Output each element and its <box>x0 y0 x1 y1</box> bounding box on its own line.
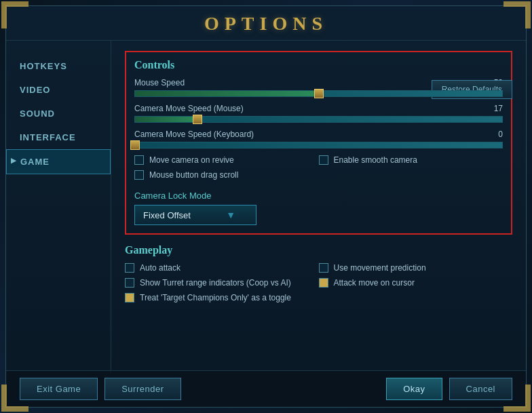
smooth-camera-checkbox[interactable] <box>319 155 328 165</box>
sidebar-item-game[interactable]: GAME <box>6 149 111 174</box>
camera-move-keyboard-value: 0 <box>498 130 503 139</box>
dialog: OPTIONS HOTKEYS VIDEO SOUND INTERFACE GA… <box>5 5 527 408</box>
mouse-drag-label: Mouse button drag scroll <box>149 170 238 180</box>
gameplay-title: Gameplay <box>125 244 512 256</box>
target-champions-label: Treat 'Target Champions Only' as a toggl… <box>140 293 291 302</box>
surrender-button[interactable]: Surrender <box>104 378 180 400</box>
controls-section: Controls Mouse Speed 50 Camera Move <box>125 51 512 235</box>
use-movement-row: Use movement prediction <box>319 263 513 273</box>
corner-decoration-tl <box>1 1 28 28</box>
camera-move-mouse-value: 17 <box>494 104 503 113</box>
move-camera-checkbox[interactable] <box>134 155 144 165</box>
move-camera-row: Move camera on revive <box>134 155 319 165</box>
attack-move-row: Attack move on cursor <box>319 278 513 288</box>
mouse-drag-checkbox[interactable] <box>134 170 144 180</box>
sidebar-item-sound[interactable]: SOUND <box>6 102 111 125</box>
camera-move-keyboard-thumb[interactable] <box>130 140 140 150</box>
bottom-bar: Exit Game Surrender Okay Cancel <box>6 370 526 407</box>
mouse-speed-slider[interactable] <box>134 90 503 97</box>
camera-lock-label: Camera Lock Mode <box>134 191 503 201</box>
okay-button[interactable]: Okay <box>386 378 442 400</box>
mouse-drag-row: Mouse button drag scroll <box>134 170 319 180</box>
camera-move-mouse-thumb[interactable] <box>193 115 202 124</box>
show-turret-label: Show Turret range indicators (Coop vs AI… <box>140 278 291 288</box>
use-movement-checkbox[interactable] <box>319 263 328 273</box>
exit-game-button[interactable]: Exit Game <box>20 378 98 400</box>
gameplay-section: Gameplay Auto attack Show Turret range i… <box>125 244 512 308</box>
attack-move-checkbox[interactable] <box>319 278 328 288</box>
attack-move-label: Attack move on cursor <box>334 278 415 288</box>
move-camera-label: Move camera on revive <box>149 155 234 165</box>
corner-decoration-tr <box>504 1 531 28</box>
controls-title: Controls <box>134 59 503 71</box>
page-title: OPTIONS <box>204 13 328 34</box>
cancel-button[interactable]: Cancel <box>449 378 512 400</box>
camera-lock-selected: Fixed Offset <box>143 210 191 220</box>
corner-decoration-br <box>504 385 531 412</box>
title-bar: OPTIONS <box>6 6 526 41</box>
gameplay-col-left: Auto attack Show Turret range indicators… <box>125 263 319 308</box>
camera-move-mouse-slider[interactable] <box>134 116 503 123</box>
sidebar-item-interface[interactable]: INTERFACE <box>6 125 111 149</box>
content-area: HOTKEYS VIDEO SOUND INTERFACE GAME Resto… <box>6 41 526 374</box>
gameplay-col-right: Use movement prediction Attack move on c… <box>319 263 513 308</box>
gameplay-checkbox-grid: Auto attack Show Turret range indicators… <box>125 263 512 308</box>
use-movement-label: Use movement prediction <box>334 263 426 273</box>
camera-move-mouse-fill <box>135 117 197 122</box>
mouse-speed-thumb[interactable] <box>314 89 324 98</box>
bottom-left-buttons: Exit Game Surrender <box>20 378 181 400</box>
auto-attack-row: Auto attack <box>125 263 319 273</box>
target-champions-checkbox[interactable] <box>125 293 134 302</box>
corner-decoration-bl <box>1 385 28 412</box>
sidebar-item-video[interactable]: VIDEO <box>6 78 111 102</box>
target-champions-row: Treat 'Target Champions Only' as a toggl… <box>125 293 319 302</box>
camera-move-keyboard-slider[interactable] <box>134 142 503 149</box>
sidebar: HOTKEYS VIDEO SOUND INTERFACE GAME <box>6 41 111 374</box>
camera-move-keyboard-label: Camera Move Speed (Keyboard) <box>134 130 254 139</box>
camera-lock-dropdown[interactable]: Fixed Offset ▼ <box>134 205 256 225</box>
show-turret-checkbox[interactable] <box>125 278 134 288</box>
show-turret-row: Show Turret range indicators (Coop vs AI… <box>125 278 319 288</box>
dropdown-arrow-icon: ▼ <box>226 210 235 220</box>
camera-lock-section: Camera Lock Mode Fixed Offset ▼ <box>134 191 503 225</box>
main-panel: Restore Defaults Controls Mouse Speed 50 <box>111 41 526 374</box>
camera-move-mouse-row: Camera Move Speed (Mouse) 17 <box>134 104 503 123</box>
smooth-camera-row: Enable smooth camera <box>319 155 504 165</box>
mouse-speed-fill <box>135 91 319 96</box>
auto-attack-checkbox[interactable] <box>125 263 134 273</box>
sidebar-item-hotkeys[interactable]: HOTKEYS <box>6 54 111 78</box>
checkbox-col-right: Enable smooth camera <box>319 155 504 185</box>
smooth-camera-label: Enable smooth camera <box>334 155 417 165</box>
bottom-right-buttons: Okay Cancel <box>386 378 512 400</box>
mouse-speed-label: Mouse Speed <box>134 78 185 87</box>
camera-move-mouse-label: Camera Move Speed (Mouse) <box>134 104 244 113</box>
checkbox-grid-1: Move camera on revive Mouse button drag … <box>134 155 503 185</box>
checkbox-col-left: Move camera on revive Mouse button drag … <box>134 155 319 185</box>
auto-attack-label: Auto attack <box>140 263 180 273</box>
camera-move-keyboard-row: Camera Move Speed (Keyboard) 0 <box>134 130 503 149</box>
